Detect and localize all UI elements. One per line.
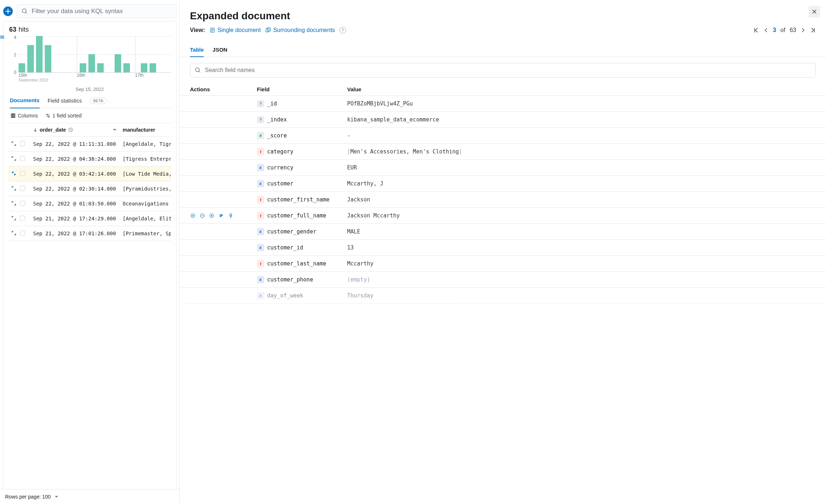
field-row[interactable]: ?_indexkibana_sample_data_ecommerce xyxy=(180,112,826,128)
expand-row-button[interactable] xyxy=(8,181,20,196)
field-row[interactable]: ?_idPOfBZoMBjbVLjw4Z_PGu xyxy=(180,96,826,112)
row-checkbox[interactable] xyxy=(20,231,25,236)
field-value: [Men's Accessories, Men's Clothing] xyxy=(347,148,816,155)
tab-field-statistics[interactable]: Field statistics xyxy=(48,97,82,108)
histogram-bar xyxy=(27,45,34,72)
field-row[interactable]: kcustomer_genderMALE xyxy=(180,224,826,240)
sort-info-button[interactable]: 1 field sorted xyxy=(46,113,82,119)
help-icon[interactable]: ? xyxy=(339,27,346,33)
field-row[interactable]: tcustomer_last_nameMccarthy xyxy=(180,256,826,272)
row-checkbox[interactable] xyxy=(20,216,25,221)
sort-desc-icon xyxy=(33,128,37,132)
table-row[interactable]: Sep 21, 2022 @ 17:01:26.000[Primemaster,… xyxy=(8,226,171,241)
svg-line-13 xyxy=(199,71,200,72)
cell-manufacturer: [Angeldale, Tigress Enterprises] xyxy=(120,137,171,151)
field-name: customer_full_name xyxy=(267,212,326,219)
svg-rect-19 xyxy=(220,216,222,217)
expand-row-button[interactable] xyxy=(8,152,20,166)
field-value: Jackson xyxy=(347,196,816,203)
row-checkbox[interactable] xyxy=(20,186,25,191)
field-type-icon: t xyxy=(257,212,264,219)
expand-row-button[interactable] xyxy=(8,211,20,226)
histogram-bar xyxy=(115,54,121,72)
histogram-chart[interactable]: 4 2 0 15thSeptember 2022 16th 17th xyxy=(8,36,171,86)
field-type-icon: k xyxy=(257,164,264,171)
row-checkbox[interactable] xyxy=(20,156,25,161)
kql-search-input[interactable]: Filter your data using KQL syntax xyxy=(17,4,176,18)
toggle-column-button[interactable] xyxy=(209,213,215,219)
expand-row-button[interactable] xyxy=(8,167,20,181)
svg-rect-18 xyxy=(220,215,223,216)
tab-table[interactable]: Table xyxy=(190,43,204,57)
expand-row-button[interactable] xyxy=(8,137,20,151)
field-value: Mccarthy xyxy=(347,260,816,267)
rows-per-page-button[interactable]: Rows per page: 100 xyxy=(0,489,179,504)
field-name: _id xyxy=(267,100,277,107)
exists-filter-button[interactable] xyxy=(218,213,224,219)
cell-order-date: Sep 22, 2022 @ 01:03:50.000 xyxy=(30,196,120,211)
field-type-icon: ? xyxy=(257,116,264,123)
histogram-bar xyxy=(19,63,25,72)
field-name: customer xyxy=(267,180,293,187)
field-type-icon: ? xyxy=(257,100,264,107)
field-row[interactable]: kcurrencyEUR xyxy=(180,160,826,176)
row-checkbox[interactable] xyxy=(20,201,25,206)
tab-documents[interactable]: Documents xyxy=(10,97,40,108)
row-checkbox[interactable] xyxy=(20,141,25,146)
field-row[interactable]: kcustomer_id13 xyxy=(180,240,826,256)
expand-row-button[interactable] xyxy=(8,196,20,211)
close-button[interactable] xyxy=(809,6,820,17)
x-tick: 17th xyxy=(135,73,143,78)
last-page-button[interactable] xyxy=(810,27,816,33)
table-row[interactable]: Sep 22, 2022 @ 03:42:14.000[Low Tide Med… xyxy=(8,167,171,181)
x-tick: 15th xyxy=(19,73,27,78)
y-tick: 0 xyxy=(14,70,16,75)
column-header-manufacturer[interactable]: manufacturer xyxy=(120,123,171,136)
svg-rect-2 xyxy=(11,114,12,118)
y-tick: 2 xyxy=(14,52,16,57)
filter-for-button[interactable] xyxy=(190,213,196,219)
tab-json[interactable]: JSON xyxy=(213,43,227,57)
histogram-bar xyxy=(80,63,86,72)
field-value: Mccarthy, J xyxy=(347,180,816,187)
field-row[interactable]: kcustomerMccarthy, J xyxy=(180,176,826,192)
panel-title: Expanded document xyxy=(190,10,816,22)
cell-order-date: Sep 22, 2022 @ 03:42:14.000 xyxy=(30,167,120,181)
svg-rect-17 xyxy=(220,214,223,215)
surrounding-documents-link[interactable]: Surrounding documents xyxy=(265,27,335,33)
sidebar-collapse-handle[interactable] xyxy=(0,0,5,504)
field-value: kibana_sample_data_ecommerce xyxy=(347,116,816,123)
single-document-link[interactable]: Single document xyxy=(210,27,261,33)
table-row[interactable]: Sep 22, 2022 @ 04:38:24.000[Tigress Ente… xyxy=(8,152,171,167)
table-row[interactable]: Sep 22, 2022 @ 01:03:50.000Oceanavigatio… xyxy=(8,196,171,211)
field-row[interactable]: tcategory[Men's Accessories, Men's Cloth… xyxy=(180,144,826,160)
expand-row-button[interactable] xyxy=(8,226,20,241)
cell-manufacturer: [Angeldale, Elitelligence] xyxy=(120,211,171,226)
cell-manufacturer: Oceanavigations xyxy=(120,196,171,211)
field-row[interactable]: tcustomer_first_nameJackson xyxy=(180,192,826,208)
table-row[interactable]: Sep 22, 2022 @ 02:30:14.000[Pyramidustri… xyxy=(8,181,171,196)
svg-rect-4 xyxy=(14,114,15,118)
search-icon xyxy=(21,8,28,15)
table-row[interactable]: Sep 21, 2022 @ 17:24:29.000[Angeldale, E… xyxy=(8,211,171,226)
field-row[interactable]: kday_of_weekThursday xyxy=(180,288,826,304)
histogram-bar xyxy=(45,45,51,72)
field-row[interactable]: kcustomer_phone(empty) xyxy=(180,272,826,288)
field-row[interactable]: #_score- xyxy=(180,128,826,144)
column-header-order-date[interactable]: order_date xyxy=(30,123,120,136)
field-type-icon: k xyxy=(257,292,264,299)
row-checkbox[interactable] xyxy=(20,171,25,176)
histogram-bar xyxy=(97,63,104,72)
field-name: _score xyxy=(267,132,287,139)
field-value: (empty) xyxy=(347,276,816,283)
field-row[interactable]: tcustomer_full_nameJackson Mccarthy xyxy=(180,208,826,224)
search-field-names-input[interactable]: Search field names xyxy=(190,63,816,77)
first-page-button[interactable] xyxy=(753,27,759,33)
next-page-button[interactable] xyxy=(801,28,806,33)
table-row[interactable]: Sep 22, 2022 @ 11:11:31.000[Angeldale, T… xyxy=(8,137,171,152)
filter-out-button[interactable] xyxy=(199,213,205,219)
page-current: 3 xyxy=(773,27,776,33)
columns-button[interactable]: Columns xyxy=(11,113,38,119)
prev-page-button[interactable] xyxy=(763,28,769,33)
pin-field-button[interactable] xyxy=(228,213,234,219)
